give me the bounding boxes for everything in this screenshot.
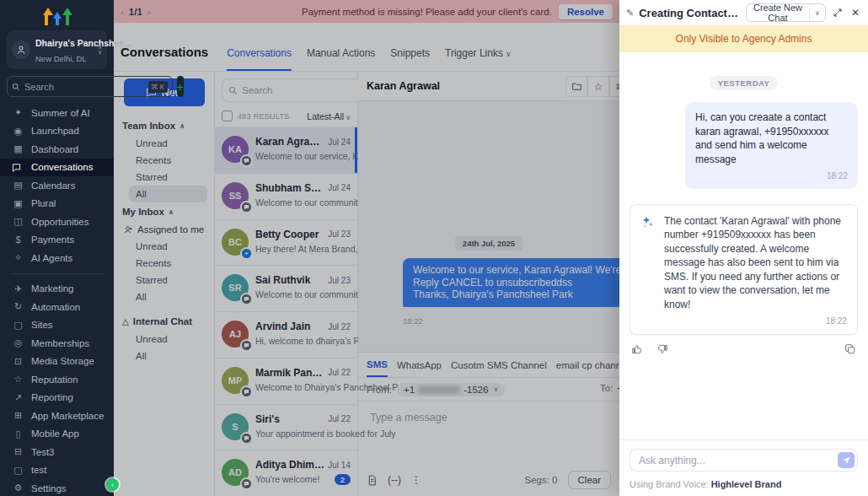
copy-icon[interactable] [844, 343, 856, 355]
sidebar-item-settings[interactable]: ⚙Settings [0, 479, 114, 496]
sidebar-item-sites[interactable]: ▢Sites [0, 316, 114, 335]
sms-channel-icon [242, 294, 251, 304]
sidebar-item-test[interactable]: ▢test [0, 461, 114, 480]
sidebar-item-opportunities[interactable]: ◫Opportunities [0, 213, 114, 231]
custom-app-icon: ⊟ [12, 446, 24, 457]
channel-tab-whatsapp[interactable]: WhatsApp [397, 360, 442, 376]
pager-prev-icon[interactable]: ‹ [121, 7, 124, 17]
tab-conversations[interactable]: Conversations [227, 47, 292, 71]
conversation-search-field[interactable] [242, 85, 372, 95]
internal-chat-header[interactable]: △Internal Chat [114, 312, 214, 331]
sidebar-item-mobile-app[interactable]: ▯Mobile App [0, 425, 114, 444]
trend-chart-icon: ↗ [12, 392, 24, 403]
sidebar-item-memberships[interactable]: ◎Memberships [0, 334, 114, 353]
my-inbox-unread[interactable]: Unread [114, 238, 214, 255]
sidebar-item-summer-of-ai[interactable]: ✦Summer of AI [0, 104, 114, 122]
account-switcher[interactable]: Dhairya's Panchshee... New Delhi, DL ∧∨ [7, 30, 107, 69]
sidebar-item-launchpad[interactable]: ◉Launchpad [0, 122, 114, 141]
team-inbox-header[interactable]: Team Inbox∧ [114, 116, 214, 135]
sidebar-item-plural[interactable]: ▣Plural [0, 195, 114, 213]
internal-chat-all[interactable]: All [114, 348, 214, 364]
message-input[interactable] [358, 402, 619, 466]
select-all-checkbox[interactable] [222, 111, 233, 121]
sidebar-item-dashboard[interactable]: ▦Dashboard [0, 140, 114, 159]
contacts-book-icon: ▣ [12, 198, 24, 209]
tab-manual-actions[interactable]: Manual Actions [307, 47, 375, 71]
conversation-item[interactable]: KA Karan AgrawalJul 24 Welcome to our se… [215, 127, 357, 173]
clear-button[interactable]: Clear [568, 471, 611, 489]
archive-folder-icon[interactable] [565, 76, 587, 97]
envelope-icon[interactable]: ✉ [609, 76, 619, 97]
pager-next-icon[interactable]: › [147, 7, 151, 17]
sidebar-item-reputation[interactable]: ☆Reputation [0, 370, 114, 389]
send-icon[interactable] [838, 452, 855, 468]
thumbs-down-icon[interactable] [656, 343, 668, 355]
custom-app-icon: ▢ [12, 465, 24, 476]
sidebar-search-field[interactable] [24, 82, 144, 92]
sidebar-item-reporting[interactable]: ↗Reporting [0, 389, 114, 407]
sidebar-item-ai-agents[interactable]: ✧AI Agents [0, 249, 114, 267]
sidebar-add-button[interactable]: + [177, 76, 184, 97]
star-icon: ☆ [12, 374, 24, 385]
ask-anything-input[interactable] [630, 449, 858, 472]
brand-voice-value: Highlevel Brand [711, 479, 782, 489]
star-icon[interactable]: ☆ [587, 76, 609, 97]
team-inbox-all[interactable]: All [129, 186, 207, 202]
conversation-item[interactable]: BC Betty CooperJul 23 Hey there! At Mera… [215, 219, 357, 266]
avatar: AD [222, 459, 249, 486]
conversation-item[interactable]: SS Shubham SoniJul 24 Welcome to our com… [215, 173, 357, 219]
conversation-item[interactable]: S Siri'sJul 22 Your appointment is booke… [215, 404, 357, 450]
avatar: AJ [222, 321, 249, 348]
segments-counter: Segs: 0 [525, 475, 558, 485]
sidebar-collapse-button[interactable]: ‹ [106, 478, 119, 491]
close-icon[interactable]: ✕ [849, 7, 861, 19]
user-message-bubble: Hi, can you creaate a contact karan agra… [685, 102, 858, 189]
sidebar-item-test3[interactable]: ⊟Test3 [0, 443, 114, 461]
chevron-down-icon[interactable]: ∨ [809, 4, 825, 21]
sidebar-item-app-marketplace[interactable]: ⊞App Marketplace [0, 407, 114, 425]
banner-message: Payment method is missing! Please add yo… [302, 7, 552, 17]
expand-icon[interactable] [831, 8, 844, 18]
sidebar-search-input[interactable]: ⌘ K [7, 76, 173, 97]
my-inbox-all[interactable]: All [114, 288, 214, 305]
sidebar-item-conversations[interactable]: Conversations [0, 159, 114, 177]
avatar: KA [222, 136, 249, 163]
my-inbox-recents[interactable]: Recents [114, 255, 214, 272]
conversation-search[interactable] [222, 78, 378, 102]
team-inbox-starred[interactable]: Starred [114, 169, 214, 186]
from-number-dropdown[interactable]: +1 -1526 ∨ [397, 383, 505, 396]
ai-chat-title: Creating Contact and S... [639, 7, 741, 19]
sidebar-item-calendars[interactable]: ▤Calendars [0, 176, 114, 195]
sidebar-nav: ✦Summer of AI ◉Launchpad ▦Dashboard Conv… [0, 104, 114, 496]
conversation-item[interactable]: AJ Arvind JainJul 22 Hi, welcome to dhai… [215, 311, 357, 358]
my-inbox-header[interactable]: My Inbox∧ [114, 202, 214, 221]
conversation-item[interactable]: SR Sai RuthvikJul 23 Welcome to our comm… [215, 265, 357, 311]
channel-tab-email-cp[interactable]: email cp channel [556, 360, 619, 376]
avatar: MP [222, 367, 249, 394]
sort-dropdown[interactable]: Latest-All∨ [307, 111, 351, 121]
sidebar-item-marketing[interactable]: ✈Marketing [0, 280, 114, 299]
sms-channel-icon [242, 341, 251, 350]
sidebar-item-automation[interactable]: ↻Automation [0, 298, 114, 316]
sidebar-item-payments[interactable]: $Payments [0, 231, 114, 250]
internal-chat-unread[interactable]: Unread [114, 331, 214, 348]
create-new-chat-button[interactable]: Create New Chat ∨ [746, 3, 826, 22]
my-inbox-starred[interactable]: Starred [114, 272, 214, 288]
templates-icon[interactable] [367, 475, 378, 486]
resolve-button[interactable]: Resolve [559, 4, 613, 19]
more-options-icon[interactable]: ⋮ [411, 474, 421, 486]
conversation-item[interactable]: MP Marmik PandyaJul 22 Welcome to Dhairy… [215, 358, 357, 404]
sidebar-item-media-storage[interactable]: ⊡Media Storage [0, 353, 114, 371]
ai-panel-header: ✎ Creating Contact and S... Create New C… [619, 0, 868, 25]
assigned-to-me[interactable]: Assigned to me [114, 221, 214, 238]
tab-snippets[interactable]: Snippets [390, 47, 430, 71]
page-title: Conversations [121, 45, 208, 71]
thumbs-up-icon[interactable] [631, 343, 643, 355]
conversation-item[interactable]: AD Aditya DhimanJul 14 You're welcome! 2 [215, 450, 357, 496]
custom-values-icon[interactable]: (--) [388, 474, 401, 486]
team-inbox-unread[interactable]: Unread [114, 135, 214, 152]
channel-tab-sms[interactable]: SMS [367, 359, 388, 377]
channel-tab-custom-sms[interactable]: Cusotm SMS Channel [451, 360, 547, 376]
tab-trigger-links[interactable]: Trigger Links∨ [445, 47, 512, 71]
team-inbox-recents[interactable]: Recents [114, 152, 214, 169]
